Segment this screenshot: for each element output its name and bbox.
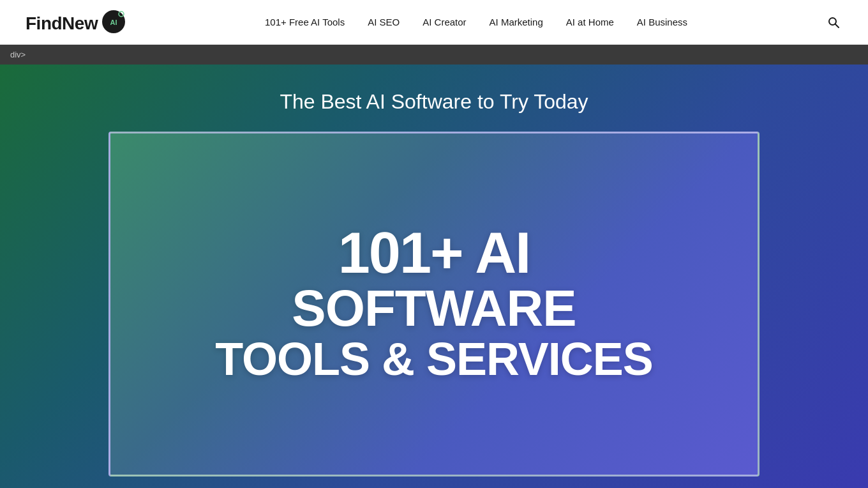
site-header: FindNew AI 101+ Free AI Tools AI SEO AI …: [0, 0, 868, 45]
hero-title: The Best AI Software to Try Today: [280, 90, 588, 114]
hero-section: The Best AI Software to Try Today 101+ A…: [0, 65, 868, 488]
svg-line-5: [835, 24, 839, 27]
nav-item-ai-creator[interactable]: AI Creator: [423, 17, 466, 27]
svg-text:AI: AI: [110, 19, 117, 26]
logo: FindNew AI: [26, 8, 128, 37]
svg-text:FindNew: FindNew: [26, 13, 98, 33]
nav-item-ai-at-home[interactable]: AI at Home: [566, 17, 614, 27]
breadcrumb-text: div>: [10, 50, 26, 59]
nav-item-ai-marketing[interactable]: AI Marketing: [490, 17, 543, 27]
logo-svg: FindNew AI: [26, 8, 128, 37]
search-button[interactable]: [825, 13, 842, 31]
breadcrumb-bar: div>: [0, 45, 868, 65]
logo-link[interactable]: FindNew AI: [26, 8, 128, 37]
nav-item-ai-seo[interactable]: AI SEO: [368, 17, 400, 27]
nav-item-free-tools[interactable]: 101+ Free AI Tools: [265, 17, 345, 27]
hero-image-inner: 101+ AI SOFTWARE TOOLS & SERVICES: [190, 199, 678, 409]
main-nav: 101+ Free AI Tools AI SEO AI Creator AI …: [265, 17, 687, 27]
hero-image-line3: TOOLS & SERVICES: [215, 335, 653, 384]
hero-image-container: 101+ AI SOFTWARE TOOLS & SERVICES: [108, 132, 760, 477]
hero-image-line1: 101+ AI: [338, 224, 530, 282]
nav-item-ai-business[interactable]: AI Business: [637, 17, 687, 27]
hero-image-line2: SOFTWARE: [292, 282, 576, 335]
search-icon: [827, 16, 840, 29]
